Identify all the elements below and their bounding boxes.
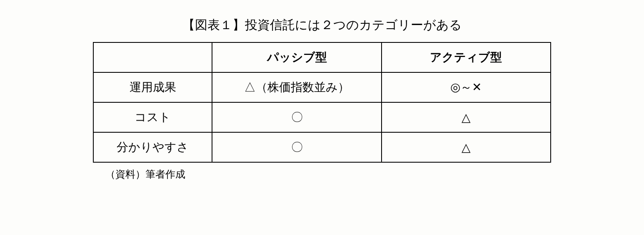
cell-performance-passive: △（株価指数並み） xyxy=(212,72,381,102)
comparison-table: パッシブ型 アクティブ型 運用成果 △（株価指数並み） ◎～✕ コスト 〇 △ … xyxy=(93,42,551,163)
figure-title: 【図表１】投資信託には２つのカテゴリーがある xyxy=(93,17,551,34)
cell-cost-passive: 〇 xyxy=(212,102,381,132)
table-row: コスト 〇 △ xyxy=(93,102,551,132)
row-label-performance: 運用成果 xyxy=(93,72,212,102)
header-blank xyxy=(93,42,212,72)
cell-clarity-active: △ xyxy=(382,132,551,162)
source-note: （資料）筆者作成 xyxy=(93,168,551,181)
header-passive: パッシブ型 xyxy=(212,42,381,72)
row-label-cost: コスト xyxy=(93,102,212,132)
table-row: 運用成果 △（株価指数並み） ◎～✕ xyxy=(93,72,551,102)
cell-performance-active: ◎～✕ xyxy=(382,72,551,102)
cell-clarity-passive: 〇 xyxy=(212,132,381,162)
cell-cost-active: △ xyxy=(382,102,551,132)
header-active: アクティブ型 xyxy=(382,42,551,72)
table-row: 分かりやすさ 〇 △ xyxy=(93,132,551,162)
row-label-clarity: 分かりやすさ xyxy=(93,132,212,162)
figure-container: 【図表１】投資信託には２つのカテゴリーがある パッシブ型 アクティブ型 運用成果… xyxy=(93,17,551,181)
table-header-row: パッシブ型 アクティブ型 xyxy=(93,42,551,72)
